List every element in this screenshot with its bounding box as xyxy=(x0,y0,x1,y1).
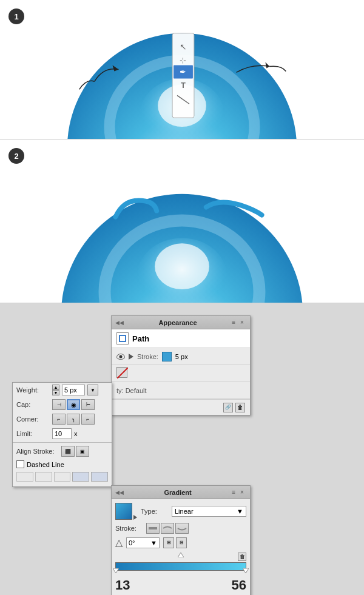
gradient-type-dropdown[interactable]: Linear ▼ xyxy=(172,506,246,517)
stroke-type-btn-1[interactable] xyxy=(146,523,160,534)
gradient-type-label: Type: xyxy=(141,508,168,515)
gradient-panel-header: ◀◀ Gradient ≡ × xyxy=(112,486,250,499)
step-1-number: 1 xyxy=(8,8,24,24)
weight-down-btn[interactable]: ▼ xyxy=(52,390,59,395)
angle-dropdown[interactable]: 0° ▼ xyxy=(126,537,160,548)
gradient-swatches xyxy=(115,503,137,520)
cap-btn-group: ⊣ ◉ ⊢ xyxy=(52,399,95,410)
svg-marker-20 xyxy=(113,568,119,573)
gradient-panel-controls: ≡ × xyxy=(232,488,246,497)
dashed-line-row: Dashed Line xyxy=(13,459,112,470)
angle-value: 0° xyxy=(129,539,135,546)
appearance-fill-row xyxy=(112,365,250,382)
appearance-stroke-label: Stroke: xyxy=(137,353,158,360)
gradient-bar[interactable] xyxy=(115,562,246,571)
gradient-bar-container: 🗑 xyxy=(115,551,246,571)
cap-label: Cap: xyxy=(16,401,50,408)
stroke-type-btn-3[interactable] xyxy=(175,523,189,534)
gradient-bar-wrapper xyxy=(115,551,246,562)
appearance-path-row: Path xyxy=(112,329,250,348)
corner-round-btn[interactable]: ╮ xyxy=(67,414,80,425)
appearance-panel-title: Appearance xyxy=(159,319,197,326)
gradient-num-ml: 124 xyxy=(115,593,181,595)
weight-dropdown[interactable]: ▼ xyxy=(87,385,98,395)
appearance-stroke-color[interactable] xyxy=(162,352,172,361)
limit-row: Limit: x xyxy=(13,426,112,441)
appearance-menu-btn[interactable]: ≡ xyxy=(232,319,235,326)
dash-input-4[interactable] xyxy=(72,472,89,482)
align-center-btn[interactable]: ⬛ xyxy=(61,446,75,457)
corner-row: Corner: ⌐ ╮ ⌐ xyxy=(13,412,112,426)
align-inside-btn[interactable]: ▣ xyxy=(76,446,89,457)
weight-up-btn[interactable]: ▲ xyxy=(52,385,59,390)
weight-input[interactable] xyxy=(62,385,85,395)
stroke-panel: Weight: ▲ ▼ ▼ Cap: ⊣ ◉ ⊢ Corner: xyxy=(12,382,112,487)
corner-miter-btn[interactable]: ⌐ xyxy=(52,414,66,425)
corner-btn-group: ⌐ ╮ ⌐ xyxy=(52,414,95,425)
gradient-menu-btn[interactable]: ≡ xyxy=(232,489,235,496)
gradient-panel-title: Gradient xyxy=(164,489,191,496)
stroke-type-btns xyxy=(146,523,189,534)
corner-bevel-btn[interactable]: ⌐ xyxy=(81,414,95,425)
step-1-panel: 1 xyxy=(0,0,364,140)
svg-marker-5 xyxy=(265,62,269,69)
gradient-preview-swatch[interactable] xyxy=(115,503,132,520)
gradient-stroke-row: Stroke: xyxy=(115,523,246,534)
stroke-type-btn-2[interactable] xyxy=(161,523,174,534)
appearance-expand-btn[interactable] xyxy=(129,354,133,360)
gradient-type-value: Linear xyxy=(175,508,194,515)
step-2-panel: 2 xyxy=(0,140,364,303)
limit-x: x xyxy=(74,430,78,437)
dash-input-5[interactable] xyxy=(91,472,108,482)
limit-label: Limit: xyxy=(16,430,50,437)
gradient-type-section: Type: Linear ▼ xyxy=(141,506,246,517)
svg-line-17 xyxy=(117,368,128,378)
gradient-delete-btn[interactable]: 🗑 xyxy=(238,553,246,561)
path-label: Path xyxy=(132,334,149,343)
gradient-angle-row: △ 0° ▼ ⊞ ⊟ xyxy=(115,537,246,548)
appearance-fill-icon[interactable] xyxy=(116,367,130,380)
appearance-close-btn[interactable]: × xyxy=(238,318,246,327)
cap-butt-btn[interactable]: ⊣ xyxy=(52,399,66,410)
limit-input[interactable] xyxy=(52,428,72,439)
appearance-eye-icon[interactable] xyxy=(116,354,125,360)
appearance-panel-controls: ≡ × xyxy=(232,318,246,327)
gradient-swatch-arrow[interactable] xyxy=(133,515,137,520)
appearance-panel: ◀◀ Appearance ≡ × Path Stroke: 5 px xyxy=(111,315,251,415)
gradient-close-btn[interactable]: × xyxy=(238,488,246,497)
path-icon xyxy=(116,332,129,345)
gradient-top-row: Type: Linear ▼ xyxy=(115,503,246,520)
gradient-numbers-grid: 13 56 124 174 184 219 xyxy=(115,578,246,595)
svg-text:↖: ↖ xyxy=(180,42,187,52)
appearance-stroke-row: Stroke: 5 px xyxy=(112,348,250,365)
gradient-num-tr: 56 xyxy=(181,578,246,593)
gradient-stroke-label: Stroke: xyxy=(115,525,143,532)
svg-text:✒: ✒ xyxy=(180,67,186,76)
gradient-body: Type: Linear ▼ Stroke: xyxy=(112,499,250,595)
appearance-opacity-row: ty: Default xyxy=(112,382,250,399)
svg-text:T: T xyxy=(181,81,186,90)
aspect-icon-2[interactable]: ⊟ xyxy=(176,537,187,548)
appearance-link-icon[interactable]: 🔗 xyxy=(223,403,233,412)
dashed-line-checkbox[interactable] xyxy=(16,460,24,468)
gradient-dropdown-arrow: ▼ xyxy=(237,508,243,515)
gradient-panel: ◀◀ Gradient ≡ × Type: xyxy=(111,485,251,595)
cap-round-btn[interactable]: ◉ xyxy=(67,399,80,410)
weight-row: Weight: ▲ ▼ ▼ xyxy=(13,383,112,397)
dash-input-1[interactable] xyxy=(16,472,33,482)
panels-area: Weight: ▲ ▼ ▼ Cap: ⊣ ◉ ⊢ Corner: xyxy=(0,303,364,595)
dash-input-2[interactable] xyxy=(35,472,52,482)
aspect-icon-1[interactable]: ⊞ xyxy=(163,537,174,548)
svg-text:⊹: ⊹ xyxy=(180,56,186,65)
appearance-opacity-label: ty: Default xyxy=(116,387,147,394)
dash-input-3[interactable] xyxy=(54,472,71,482)
weight-stepper[interactable]: ▲ ▼ xyxy=(52,385,59,395)
align-stroke-label: Align Stroke: xyxy=(16,448,59,455)
cap-square-btn[interactable]: ⊢ xyxy=(81,399,95,410)
appearance-delete-icon[interactable]: 🗑 xyxy=(235,403,245,412)
gradient-num-tl: 13 xyxy=(115,578,181,593)
aspect-icons: ⊞ ⊟ xyxy=(163,537,187,548)
angle-dropdown-arrow: ▼ xyxy=(150,539,157,546)
align-stroke-row: Align Stroke: ⬛ ▣ xyxy=(13,444,112,459)
cap-row: Cap: ⊣ ◉ ⊢ xyxy=(13,397,112,412)
